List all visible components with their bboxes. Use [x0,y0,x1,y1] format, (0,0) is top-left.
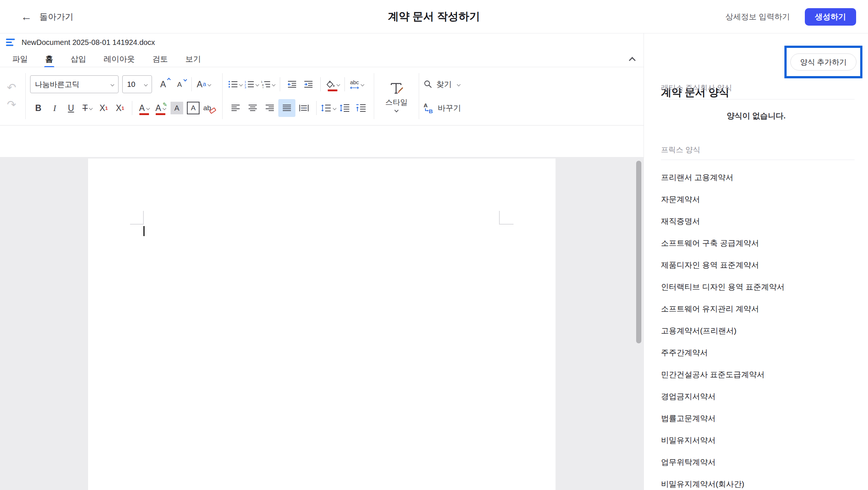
line-spacing-icon[interactable] [320,99,337,117]
bullet-list-icon[interactable] [227,75,243,93]
list-item[interactable]: 자문계약서 [661,188,864,210]
form-template-list: 프리랜서 고용계약서 자문계약서 재직증명서 소프트웨어 구축 공급계약서 제품… [661,166,864,490]
paragraph-spacing-icon[interactable] [337,99,353,117]
svg-text:A: A [424,102,428,108]
list-item[interactable]: 인터랙티브 디자인 용역 표준계약서 [661,276,864,298]
multilevel-list-icon[interactable]: 1ai [260,75,276,93]
replace-icon: AB [424,102,434,114]
highlight-color-icon[interactable]: A ✎ [152,99,169,117]
font-color-icon[interactable]: A [136,99,152,117]
bold-icon[interactable]: B [30,99,46,117]
underline-icon[interactable]: U [63,99,79,117]
character-shading-icon[interactable]: A [169,99,185,117]
list-item[interactable]: 소프트웨어 유지관리 계약서 [661,298,864,320]
details-input-link[interactable]: 상세정보 입력하기 [725,12,790,22]
tab-insert[interactable]: 삽입 [71,54,86,64]
chevron-down-icon [184,78,187,82]
list-item[interactable]: 제품디자인 용역 표준계약서 [661,254,864,276]
align-right-icon[interactable] [261,99,278,117]
list-item[interactable]: 민간건설공사 표준도급계약서 [661,363,864,385]
undo-icon[interactable]: ↶ [7,82,16,93]
list-item[interactable]: 비밀유지계약서(회사간) [661,473,864,490]
decrease-font-size-icon[interactable]: A [171,75,188,93]
font-size-value: 10 [127,80,135,89]
list-item[interactable]: 주주간계약서 [661,342,864,363]
chevron-down-icon [89,106,93,110]
font-group: 나눔바른고딕 10 A A A a [30,67,218,125]
document-page[interactable] [88,159,556,490]
list-item[interactable]: 비밀유지서약서 [661,429,864,451]
character-border-icon[interactable]: A [185,99,201,117]
chevron-down-icon [333,106,337,110]
history-group: ↶ ↷ [2,67,21,125]
tab-home[interactable]: 홈 [45,54,53,64]
tab-view[interactable]: 보기 [185,54,201,64]
superscript-icon[interactable]: X 1 [112,99,128,117]
list-item[interactable]: 프리랜서 고용계약서 [661,166,864,188]
annotation-highlight-box: 양식 추가하기 [784,46,862,78]
add-form-button[interactable]: 양식 추가하기 [790,53,856,71]
back-arrow-icon: ← [21,11,32,22]
font-size-select[interactable]: 10 [122,75,152,93]
redo-icon[interactable]: ↷ [7,99,16,110]
clear-formatting-icon[interactable]: ab [201,99,218,117]
chevron-down-icon [272,82,276,86]
align-center-icon[interactable] [244,99,261,117]
margin-corner-top-left [130,211,144,225]
divider [661,99,855,99]
document-menu-icon[interactable] [6,39,16,46]
styles-button[interactable]: 스타일 [379,67,414,125]
strikethrough-icon[interactable]: T [79,99,95,117]
text-cursor [143,226,145,236]
chevron-down-icon [207,82,211,86]
svg-text:B: B [429,108,433,114]
generate-button[interactable]: 생성하기 [805,8,856,26]
reduce-paragraph-spacing-icon[interactable] [353,99,369,117]
character-spacing-icon[interactable]: abc [349,75,365,93]
numbered-list-icon[interactable]: 123 [243,75,260,93]
paragraph-shading-icon[interactable] [324,75,341,93]
paragraph-group: 123 1ai [227,67,369,125]
list-item[interactable]: 재직증명서 [661,210,864,232]
replace-button[interactable]: AB 바꾸기 [424,98,461,118]
increase-font-size-icon[interactable]: A [155,75,171,93]
topbar-actions: 상세정보 입력하기 생성하기 [725,0,856,33]
tab-layout[interactable]: 레이아웃 [104,54,135,64]
page-title: 계약 문서 작성하기 [388,9,480,24]
list-item[interactable]: 법률고문계약서 [661,407,864,429]
font-family-select[interactable]: 나눔바른고딕 [30,75,119,93]
divider [320,77,321,91]
list-item[interactable]: 고용계약서(프리랜서) [661,320,864,342]
contract-forms-panel: 계약 문서 양식 양식 추가하기 래티스 주식회사 양식 양식이 없습니다. 프… [644,33,868,490]
tab-file[interactable]: 파일 [12,54,28,64]
subscript-icon[interactable]: X 1 [95,99,112,117]
align-left-icon[interactable] [227,99,244,117]
document-name: NewDocument 2025-08-01 141924.docx [22,38,155,47]
change-case-icon[interactable]: A a [195,75,212,93]
decrease-indent-icon[interactable] [284,75,300,93]
chevron-down-icon [146,106,150,110]
company-forms-section-label: 래티스 주식회사 양식 [661,83,732,93]
distribute-text-icon[interactable] [295,99,312,117]
list-item[interactable]: 경업금지서약서 [661,385,864,407]
find-button[interactable]: 찾기 [424,74,461,95]
search-icon [424,80,433,89]
divider [191,77,192,91]
divider [419,73,419,119]
back-button[interactable]: ← 돌아가기 [21,0,74,33]
align-justify-icon[interactable] [278,99,295,117]
tab-review[interactable]: 검토 [152,54,168,64]
list-item[interactable]: 업무위탁계약서 [661,451,864,473]
find-replace-group: 찾기 AB 바꾸기 [424,67,461,125]
list-item[interactable]: 소프트웨어 구축 공급계약서 [661,232,864,254]
chevron-down-icon [337,82,340,86]
ribbon-toolbar: ↶ ↷ 나눔바른고딕 10 A A [0,67,644,125]
svg-text:3: 3 [244,86,246,88]
divider [132,101,132,115]
italic-icon[interactable]: I [46,99,63,117]
collapse-ribbon-icon[interactable] [629,57,635,63]
empty-state-text: 양식이 없습니다. [644,111,868,121]
vertical-scrollbar[interactable] [636,161,641,343]
increase-indent-icon[interactable] [300,75,317,93]
style-brush-icon [388,81,405,97]
